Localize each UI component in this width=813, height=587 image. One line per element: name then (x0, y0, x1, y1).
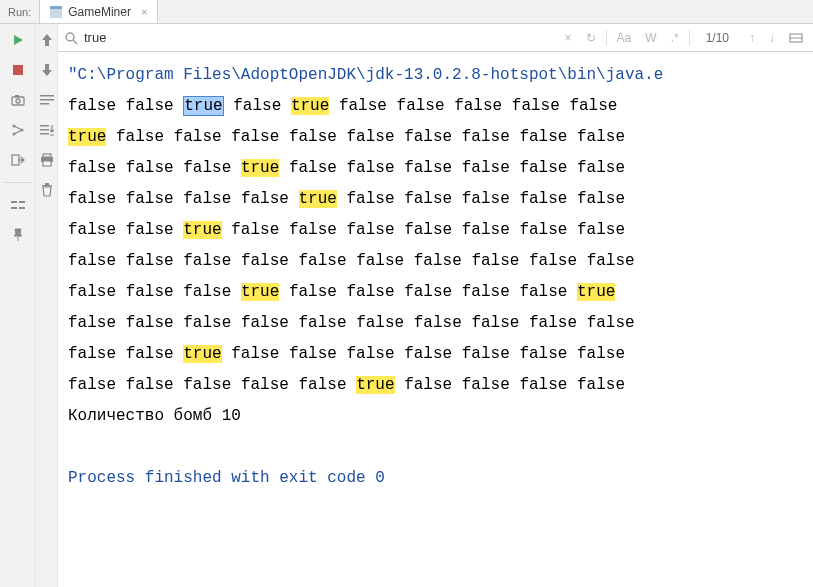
token: false (462, 190, 510, 208)
token: false (356, 252, 404, 270)
filter-icon[interactable] (785, 32, 807, 44)
svg-rect-24 (42, 185, 52, 187)
match-token: true (68, 128, 106, 146)
separator (689, 30, 690, 46)
print-icon[interactable] (39, 152, 55, 168)
token: false (347, 221, 395, 239)
token: false (519, 159, 567, 177)
token: false (68, 252, 116, 270)
token: false (126, 345, 174, 363)
match-token: true (241, 283, 279, 301)
token: false (231, 221, 279, 239)
console-output[interactable]: "C:\Program Files\AdoptOpenJDK\jdk-13.0.… (58, 52, 813, 587)
token: false (289, 221, 337, 239)
token: false (569, 97, 617, 115)
application-icon (50, 6, 62, 18)
svg-rect-19 (40, 129, 49, 131)
token: false (68, 314, 116, 332)
token: false (299, 376, 347, 394)
token: false (126, 190, 174, 208)
left-toolbar-2 (36, 24, 58, 587)
svg-rect-29 (790, 37, 802, 38)
match-token: true (356, 376, 394, 394)
separator (606, 30, 607, 46)
regex-toggle[interactable]: .* (667, 31, 683, 45)
token: false (577, 159, 625, 177)
svg-line-27 (73, 40, 77, 44)
words-toggle[interactable]: W (641, 31, 660, 45)
down-arrow-icon[interactable] (39, 62, 55, 78)
divider (4, 182, 32, 183)
search-input[interactable] (84, 30, 555, 45)
trash-icon[interactable] (39, 182, 55, 198)
up-arrow-icon[interactable] (39, 32, 55, 48)
scroll-to-end-icon[interactable] (39, 122, 55, 138)
token: false (587, 314, 635, 332)
token: false (183, 376, 231, 394)
token: false (347, 159, 395, 177)
camera-icon[interactable] (10, 92, 26, 108)
run-tab[interactable]: GameMiner × (39, 0, 158, 23)
token: false (347, 190, 395, 208)
search-history-icon[interactable]: ↻ (582, 31, 600, 45)
token: false (347, 128, 395, 146)
token: false (339, 97, 387, 115)
svg-rect-10 (12, 155, 19, 165)
token: false (174, 128, 222, 146)
clear-search-icon[interactable]: × (561, 31, 576, 45)
token: false (404, 128, 452, 146)
stop-icon[interactable] (10, 62, 26, 78)
token: false (233, 97, 281, 115)
token: false (299, 314, 347, 332)
main-column: × ↻ Aa W .* 1/10 ↑ ↓ "C:\Program Files\A… (58, 24, 813, 587)
structure-icon[interactable] (10, 122, 26, 138)
token: false (519, 283, 567, 301)
match-token: true (183, 345, 221, 363)
token: false (126, 376, 174, 394)
token: false (68, 159, 116, 177)
layout-icon[interactable] (10, 197, 26, 213)
token: false (471, 252, 519, 270)
match-count: 1/10 (696, 31, 739, 45)
token: false (404, 190, 452, 208)
svg-rect-13 (19, 201, 25, 203)
token: false (347, 283, 395, 301)
tab-label: GameMiner (68, 5, 131, 19)
svg-rect-16 (40, 99, 54, 101)
close-icon[interactable]: × (141, 6, 147, 18)
next-match-icon[interactable]: ↓ (765, 31, 779, 45)
run-icon[interactable] (10, 32, 26, 48)
token: false (126, 159, 174, 177)
search-bar: × ↻ Aa W .* 1/10 ↑ ↓ (58, 24, 813, 52)
token: false (587, 252, 635, 270)
token: false (512, 97, 560, 115)
pin-icon[interactable] (10, 227, 26, 243)
token: false (183, 159, 231, 177)
token: false (183, 252, 231, 270)
token: false (289, 283, 337, 301)
token: false (529, 252, 577, 270)
token: false (462, 345, 510, 363)
token: false (116, 128, 164, 146)
token: false (289, 128, 337, 146)
token: false (404, 221, 452, 239)
match-case-toggle[interactable]: Aa (613, 31, 636, 45)
svg-rect-25 (45, 183, 49, 185)
exit-icon[interactable] (10, 152, 26, 168)
soft-wrap-icon[interactable] (39, 92, 55, 108)
token: false (519, 345, 567, 363)
token: false (68, 190, 116, 208)
svg-rect-23 (43, 161, 51, 166)
svg-rect-12 (11, 207, 17, 209)
token: false (404, 159, 452, 177)
token: false (241, 190, 289, 208)
svg-marker-2 (14, 35, 23, 45)
svg-rect-3 (13, 65, 23, 75)
svg-rect-4 (12, 97, 24, 105)
token: false (126, 252, 174, 270)
token: false (519, 190, 567, 208)
prev-match-icon[interactable]: ↑ (745, 31, 759, 45)
token: false (68, 283, 116, 301)
token: false (68, 376, 116, 394)
match-token: true (183, 221, 221, 239)
